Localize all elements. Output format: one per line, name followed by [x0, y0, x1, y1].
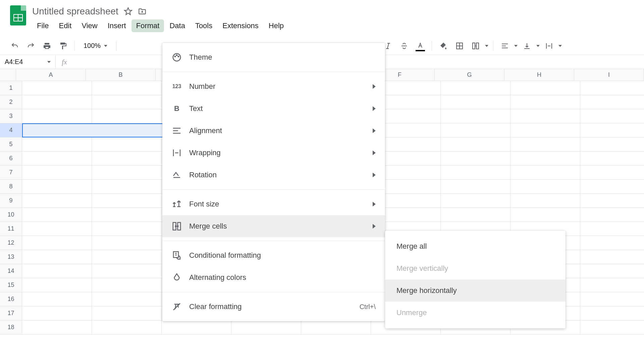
cell[interactable] — [92, 166, 162, 180]
strikethrough-button[interactable] — [397, 39, 411, 53]
chevron-down-icon[interactable] — [514, 45, 518, 47]
cell[interactable] — [22, 81, 92, 95]
cell[interactable] — [441, 180, 511, 194]
cell[interactable] — [92, 95, 162, 109]
menu-insert[interactable]: Insert — [103, 19, 131, 32]
format-wrapping[interactable]: Wrapping — [162, 142, 385, 164]
column-header[interactable]: H — [504, 69, 574, 81]
format-clear[interactable]: Clear formatting Ctrl+\ — [162, 296, 385, 318]
cell[interactable] — [441, 152, 511, 166]
menu-help[interactable]: Help — [264, 19, 288, 32]
cell[interactable] — [22, 264, 92, 278]
cell[interactable] — [22, 292, 92, 306]
row-header[interactable]: 5 — [0, 137, 22, 152]
menu-edit[interactable]: Edit — [54, 19, 76, 32]
format-number[interactable]: 123 Number — [162, 75, 385, 98]
format-alignment[interactable]: Alignment — [162, 120, 385, 142]
move-to-folder-icon[interactable] — [138, 7, 147, 16]
row-header[interactable]: 11 — [0, 222, 22, 236]
cell[interactable] — [92, 250, 162, 264]
chevron-down-icon[interactable] — [485, 45, 488, 47]
cell[interactable] — [580, 123, 644, 137]
menu-data[interactable]: Data — [165, 19, 190, 32]
cell[interactable] — [92, 236, 162, 250]
fill-color-button[interactable] — [437, 39, 450, 53]
format-conditional[interactable]: Conditional formatting — [162, 244, 385, 266]
cell[interactable] — [580, 152, 644, 166]
row-header[interactable]: 12 — [0, 236, 22, 250]
row-header[interactable]: 14 — [0, 264, 22, 278]
select-all-corner[interactable] — [0, 69, 16, 81]
cell[interactable] — [580, 320, 644, 335]
cell[interactable] — [511, 152, 580, 166]
row-header[interactable]: 10 — [0, 208, 22, 222]
column-header[interactable]: A — [16, 69, 86, 81]
paint-format-button[interactable] — [56, 39, 70, 53]
cell[interactable] — [92, 109, 162, 123]
name-box[interactable]: A4:E4 — [0, 55, 56, 69]
cell[interactable] — [441, 81, 511, 95]
app-logo[interactable] — [8, 5, 28, 25]
merge-horizontally[interactable]: Merge horizontally — [385, 280, 566, 302]
row-header[interactable]: 2 — [0, 95, 22, 109]
row-header[interactable]: 16 — [0, 292, 22, 306]
cell[interactable] — [511, 166, 580, 180]
merge-cells-button[interactable] — [469, 39, 482, 53]
cell[interactable] — [92, 81, 162, 95]
cell[interactable] — [22, 180, 92, 194]
cell[interactable] — [511, 137, 580, 152]
row-header[interactable]: 1 — [0, 81, 22, 95]
cell[interactable] — [92, 137, 162, 152]
cell[interactable] — [580, 278, 644, 292]
row-header[interactable]: 6 — [0, 152, 22, 166]
column-header[interactable]: I — [574, 69, 644, 81]
cell[interactable] — [22, 208, 92, 222]
cell[interactable] — [580, 292, 644, 306]
row-header[interactable]: 3 — [0, 109, 22, 123]
document-title[interactable]: Untitled spreadsheet — [32, 6, 118, 17]
cell[interactable] — [580, 109, 644, 123]
cell[interactable] — [511, 194, 580, 208]
cell[interactable] — [22, 320, 92, 335]
cell[interactable] — [231, 320, 301, 335]
cell[interactable] — [22, 194, 92, 208]
row-header[interactable]: 13 — [0, 250, 22, 264]
row-header[interactable]: 9 — [0, 194, 22, 208]
cell[interactable] — [162, 320, 231, 335]
cell[interactable] — [92, 222, 162, 236]
cell[interactable] — [580, 95, 644, 109]
cell[interactable] — [22, 236, 92, 250]
format-text[interactable]: B Text — [162, 98, 385, 120]
cell[interactable] — [511, 95, 580, 109]
row-header[interactable]: 17 — [0, 306, 22, 320]
cell[interactable] — [22, 137, 92, 152]
cell[interactable] — [580, 208, 644, 222]
cell[interactable] — [441, 208, 511, 222]
cell[interactable] — [22, 166, 92, 180]
cell[interactable] — [22, 95, 92, 109]
menu-extensions[interactable]: Extensions — [218, 19, 263, 32]
horizontal-align-button[interactable] — [498, 39, 512, 53]
cell[interactable] — [92, 292, 162, 306]
redo-button[interactable] — [24, 39, 38, 53]
cell[interactable] — [511, 180, 580, 194]
star-icon[interactable] — [124, 7, 132, 16]
cell[interactable] — [580, 236, 644, 250]
cell[interactable] — [441, 109, 511, 123]
cell[interactable] — [22, 250, 92, 264]
cell[interactable] — [511, 123, 580, 137]
cell[interactable] — [511, 208, 580, 222]
cell[interactable] — [580, 306, 644, 320]
cell[interactable] — [22, 306, 92, 320]
print-button[interactable] — [40, 39, 54, 53]
row-header[interactable]: 4 — [0, 123, 22, 137]
cell[interactable] — [441, 137, 511, 152]
cell[interactable] — [22, 152, 92, 166]
cell[interactable] — [22, 109, 92, 123]
cell[interactable] — [92, 180, 162, 194]
cell[interactable] — [92, 194, 162, 208]
menu-file[interactable]: File — [32, 19, 53, 32]
cell[interactable] — [301, 320, 371, 335]
format-merge-cells[interactable]: Merge cells — [162, 215, 385, 237]
text-wrap-button[interactable] — [542, 39, 556, 53]
